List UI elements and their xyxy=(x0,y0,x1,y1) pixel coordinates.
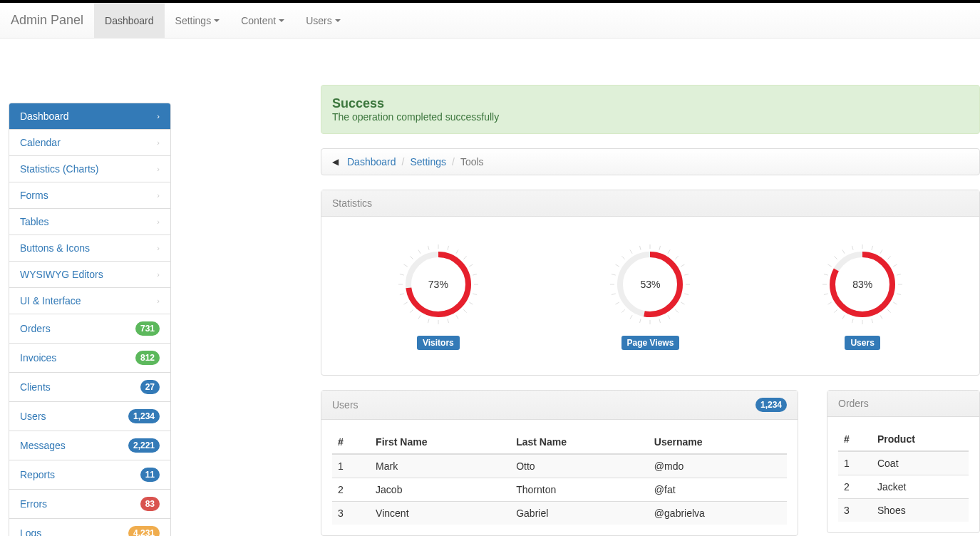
svg-line-53 xyxy=(872,246,873,250)
breadcrumb: ◀ Dashboard / Settings / Tools xyxy=(321,148,980,175)
svg-line-54 xyxy=(880,250,882,254)
table-row[interactable]: 1Coat xyxy=(838,451,969,475)
chevron-right-icon: › xyxy=(157,297,160,305)
table-cell: Gabriel xyxy=(510,502,649,525)
svg-line-35 xyxy=(676,309,679,312)
svg-line-63 xyxy=(872,319,873,323)
nav-content[interactable]: Content xyxy=(230,3,295,38)
svg-line-15 xyxy=(410,309,413,312)
svg-line-73 xyxy=(835,256,837,259)
table-cell: @fat xyxy=(649,478,787,502)
svg-line-33 xyxy=(685,294,689,295)
brand[interactable]: Admin Panel xyxy=(11,13,94,28)
table-cell: Coat xyxy=(872,451,969,475)
stat-users: 83%Users xyxy=(820,242,905,350)
nav-users[interactable]: Users xyxy=(295,3,351,38)
svg-line-5 xyxy=(473,274,477,276)
sidebar-item-statistics-charts-[interactable]: Statistics (Charts)› xyxy=(9,156,170,182)
sidebar-item-label: Statistics (Charts) xyxy=(20,163,98,175)
chevron-left-icon[interactable]: ◀ xyxy=(332,157,339,167)
users-panel: Users 1,234 #First NameLast NameUsername… xyxy=(321,390,798,536)
sidebar-item-reports[interactable]: Reports11 xyxy=(9,460,170,490)
sidebar: Dashboard›Calendar›Statistics (Charts)›F… xyxy=(9,103,171,536)
svg-line-39 xyxy=(640,319,641,323)
sidebar-item-label: Tables xyxy=(20,216,48,227)
table-cell: Otto xyxy=(510,454,649,478)
svg-line-49 xyxy=(640,246,641,250)
sidebar-badge: 83 xyxy=(140,497,160,511)
sidebar-badge: 27 xyxy=(140,380,160,394)
sidebar-item-logs[interactable]: Logs4,231 xyxy=(9,519,170,536)
alert-success: Success The operation completed successf… xyxy=(321,85,980,134)
table-header: Product xyxy=(872,428,969,451)
table-cell: Shoes xyxy=(872,499,969,522)
users-badge: 1,234 xyxy=(755,398,787,412)
statistics-heading: Statistics xyxy=(321,190,979,217)
nav-dashboard[interactable]: Dashboard xyxy=(94,3,165,38)
donut-pct: 83% xyxy=(852,279,872,290)
svg-line-16 xyxy=(403,302,407,304)
svg-line-4 xyxy=(469,264,473,267)
chevron-right-icon: › xyxy=(157,217,160,226)
sidebar-badge: 4,231 xyxy=(128,526,160,536)
chevron-right-icon: › xyxy=(157,191,160,200)
navbar: Admin Panel DashboardSettings Content Us… xyxy=(0,3,980,38)
table-row[interactable]: 2Jacket xyxy=(838,475,969,499)
svg-line-20 xyxy=(403,264,407,267)
chevron-right-icon: › xyxy=(157,138,160,147)
sidebar-badge: 11 xyxy=(140,468,160,482)
sidebar-item-wysiwyg-editors[interactable]: WYSIWYG Editors› xyxy=(9,262,170,288)
donut-chart: 83% xyxy=(820,242,905,327)
svg-line-69 xyxy=(824,294,828,295)
svg-line-46 xyxy=(616,264,619,267)
sidebar-item-label: Errors xyxy=(20,498,47,510)
sidebar-item-messages[interactable]: Messages2,221 xyxy=(9,431,170,460)
table-cell: Thornton xyxy=(510,478,649,502)
stat-label: Visitors xyxy=(417,336,460,350)
stat-label: Users xyxy=(845,336,880,350)
table-cell: @gabrielva xyxy=(649,502,787,525)
svg-line-13 xyxy=(428,319,429,323)
table-row[interactable]: 1MarkOtto@mdo xyxy=(332,454,787,478)
sidebar-item-buttons-icons[interactable]: Buttons & Icons› xyxy=(9,235,170,262)
sidebar-item-label: UI & Interface xyxy=(20,295,81,306)
table-cell: Jacob xyxy=(370,478,510,502)
svg-line-60 xyxy=(893,302,897,304)
breadcrumb-settings[interactable]: Settings xyxy=(410,156,446,168)
sidebar-item-label: Invoices xyxy=(20,352,56,364)
nav-settings[interactable]: Settings xyxy=(165,3,231,38)
sidebar-item-orders[interactable]: Orders731 xyxy=(9,314,170,344)
main-content: Success The operation completed successf… xyxy=(171,53,980,536)
table-row[interactable]: 3Shoes xyxy=(838,499,969,522)
chevron-right-icon: › xyxy=(157,270,160,279)
sidebar-item-users[interactable]: Users1,234 xyxy=(9,402,170,431)
sidebar-item-ui-interface[interactable]: UI & Interface› xyxy=(9,288,170,314)
table-row[interactable]: 2JacobThornton@fat xyxy=(332,478,787,502)
sidebar-item-invoices[interactable]: Invoices812 xyxy=(9,344,170,373)
table-cell: 1 xyxy=(838,451,872,475)
sidebar-item-errors[interactable]: Errors83 xyxy=(9,490,170,519)
svg-line-42 xyxy=(616,302,619,304)
table-header: Username xyxy=(649,431,787,454)
svg-line-75 xyxy=(852,246,854,250)
sidebar-item-calendar[interactable]: Calendar› xyxy=(9,130,170,156)
statistics-panel: Statistics 73%Visitors53%Page Views83%Us… xyxy=(321,190,980,376)
svg-line-14 xyxy=(418,315,421,319)
svg-line-1 xyxy=(448,246,449,250)
sidebar-item-label: Buttons & Icons xyxy=(20,242,90,254)
svg-line-17 xyxy=(400,294,404,295)
table-row[interactable]: 3VincentGabriel@gabrielva xyxy=(332,502,787,525)
caret-down-icon xyxy=(214,19,220,22)
sidebar-item-dashboard[interactable]: Dashboard› xyxy=(9,103,170,130)
svg-line-71 xyxy=(824,274,828,276)
caret-down-icon xyxy=(335,19,341,22)
breadcrumb-dashboard[interactable]: Dashboard xyxy=(347,156,396,168)
nav-items: DashboardSettings Content Users xyxy=(94,3,351,38)
sidebar-item-label: Orders xyxy=(20,323,51,334)
alert-text: The operation completed successfully xyxy=(332,111,969,123)
sidebar-item-tables[interactable]: Tables› xyxy=(9,209,170,235)
sidebar-item-clients[interactable]: Clients27 xyxy=(9,373,170,402)
svg-line-11 xyxy=(448,319,449,323)
svg-line-3 xyxy=(463,256,466,259)
sidebar-item-forms[interactable]: Forms› xyxy=(9,182,170,209)
